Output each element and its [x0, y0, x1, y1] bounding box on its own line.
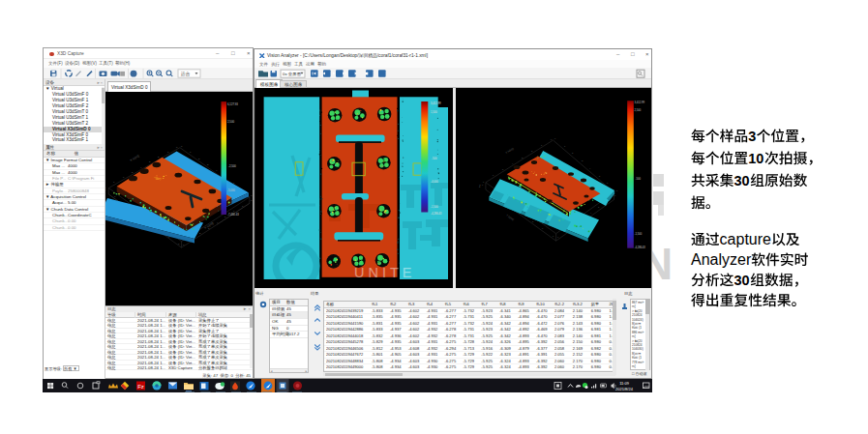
svg-text:10: 10	[748, 151, 763, 166]
svg-text:30: 30	[733, 173, 749, 188]
svg-text:3: 3	[748, 129, 756, 144]
svg-text:30: 30	[733, 273, 749, 288]
svg-text:Analyzer: Analyzer	[691, 251, 752, 268]
svg-text:capture: capture	[720, 231, 771, 247]
